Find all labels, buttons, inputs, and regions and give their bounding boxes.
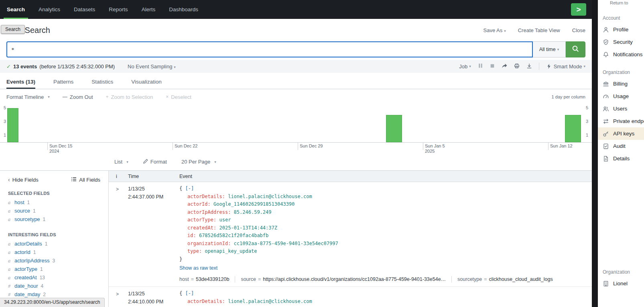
field-name[interactable]: source xyxy=(14,207,30,214)
close-button[interactable]: Close xyxy=(572,27,585,33)
meta-field-host[interactable]: host=53de4339120b xyxy=(179,276,229,282)
menu-item-lionel[interactable]: Lionel xyxy=(598,277,644,290)
nav-item-analytics[interactable]: Analytics xyxy=(32,0,67,19)
field-row-actorid[interactable]: aactorId1 xyxy=(0,248,108,256)
json-pair: createdAt: 2025-01-13T14:44:37Z xyxy=(179,224,592,232)
menu-item-api-keys[interactable]: API keys xyxy=(598,127,644,140)
meta-value[interactable]: 53de4339120b xyxy=(196,276,229,282)
search-tooltip: Search xyxy=(1,25,25,34)
audit-icon xyxy=(603,143,609,149)
field-row-host[interactable]: ahost1 xyxy=(0,198,108,207)
zoom-to-selection-button[interactable]: +Zoom to Selection xyxy=(106,94,153,100)
json-collapse-link[interactable]: [-] xyxy=(185,186,194,191)
event-time[interactable]: 1/13/252:44:10.000 PM xyxy=(128,290,179,306)
event-expander[interactable]: > xyxy=(109,185,128,282)
field-name[interactable]: createdAt xyxy=(14,274,37,281)
status-right: Job▾ Smart Mode▾ xyxy=(459,63,585,70)
field-row-date-hour[interactable]: #date_hour4 xyxy=(0,282,108,290)
menu-item-label: Billing xyxy=(613,81,628,87)
timeline-bar[interactable] xyxy=(565,115,581,142)
timeline-bar[interactable] xyxy=(386,115,402,142)
menu-item-audit[interactable]: Audit xyxy=(598,140,644,152)
caret-down-icon: ▾ xyxy=(174,65,176,69)
meta-value[interactable]: clickhouse_cloud_audit_logs xyxy=(489,276,553,282)
event-expander[interactable]: > xyxy=(109,290,128,306)
field-row-actoripaddress[interactable]: aactorIpAddress3 xyxy=(0,256,108,265)
header-actions: Save As▾ Create Table View Close xyxy=(483,27,585,33)
search-button[interactable] xyxy=(566,41,585,57)
nav-item-search[interactable]: Search xyxy=(0,0,32,19)
field-row-sourcetype[interactable]: asourcetype1 xyxy=(0,215,108,223)
splunk-logo[interactable]: > xyxy=(571,3,586,16)
nav-item-reports[interactable]: Reports xyxy=(102,0,134,19)
field-name[interactable]: actorDetails xyxy=(14,240,42,247)
menu-item-private-endpoints[interactable]: Private endpoints xyxy=(598,115,644,127)
search-input[interactable] xyxy=(7,47,532,53)
format-timeline-dropdown[interactable]: Format Timeline▾ xyxy=(6,94,50,100)
meta-value[interactable]: https://api.clickhouse.cloud/v1/organiza… xyxy=(263,276,446,282)
print-button[interactable] xyxy=(514,63,520,70)
save-as-button[interactable]: Save As▾ xyxy=(483,27,506,33)
nav-item-alerts[interactable]: Alerts xyxy=(135,0,163,19)
event-sampling-dropdown[interactable]: No Event Sampling▾ xyxy=(128,63,176,70)
tab-events-13[interactable]: Events (13) xyxy=(6,76,35,89)
field-name[interactable]: actorType xyxy=(14,266,37,272)
json-key: actorIpAddress: xyxy=(187,209,234,215)
field-name[interactable]: sourcetype xyxy=(14,216,40,223)
menu-item-security[interactable]: Security xyxy=(598,36,644,48)
timeline-controls: Format Timeline▾ —Zoom Out +Zoom to Sele… xyxy=(0,89,592,104)
field-name[interactable]: actorId xyxy=(14,249,30,256)
share-button[interactable] xyxy=(502,63,507,70)
field-row-actordetails[interactable]: aactorDetails1 xyxy=(0,239,108,248)
format-results-button[interactable]: Format xyxy=(143,159,167,165)
time-range-picker[interactable]: All time▾ xyxy=(533,41,566,57)
magnifier-icon xyxy=(572,45,579,54)
menu-item-profile[interactable]: Profile xyxy=(598,23,644,36)
tab-patterns[interactable]: Patterns xyxy=(53,76,73,89)
search-mode-selector[interactable]: Smart Mode▾ xyxy=(546,63,585,70)
field-count: 13 xyxy=(40,274,45,281)
field-name[interactable]: actorIpAddress xyxy=(14,257,49,264)
field-name[interactable]: date_mday xyxy=(14,291,40,298)
field-row-source[interactable]: asource1 xyxy=(0,207,108,215)
show-raw-text-link[interactable]: Show as raw text xyxy=(179,265,592,271)
menu-item-details[interactable]: Details xyxy=(598,152,644,165)
all-fields-button[interactable]: All Fields xyxy=(71,177,100,183)
list-view-dropdown[interactable]: List▾ xyxy=(114,159,128,165)
menu-item-billing[interactable]: Billing xyxy=(598,78,644,90)
meta-field-source[interactable]: source=https://api.clickhouse.cloud/v1/o… xyxy=(241,276,446,282)
doc-icon xyxy=(603,156,609,162)
tab-visualization[interactable]: Visualization xyxy=(131,76,162,89)
field-row-date-mday[interactable]: #date_mday2 xyxy=(0,290,108,299)
hide-fields-button[interactable]: ‹Hide Fields xyxy=(8,176,39,183)
pause-button[interactable] xyxy=(478,63,483,70)
shield-icon xyxy=(603,39,609,45)
export-button[interactable] xyxy=(526,63,532,70)
menu-item-notifications[interactable]: Notifications xyxy=(598,48,644,61)
event-cell: { [-]actorDetails: lionel.palacin@clickh… xyxy=(179,290,592,306)
create-table-view-button[interactable]: Create Table View xyxy=(518,27,560,33)
tab-statistics[interactable]: Statistics xyxy=(91,76,113,89)
per-page-dropdown[interactable]: 20 Per Page▾ xyxy=(181,159,216,165)
field-row-createdat[interactable]: acreatedAt13 xyxy=(0,273,108,282)
menu-item-usage[interactable]: Usage xyxy=(598,90,644,102)
menu-item-label: Usage xyxy=(613,93,629,99)
field-name[interactable]: date_hour xyxy=(14,282,38,289)
return-link[interactable]: Return to xyxy=(610,0,628,5)
field-row-actortype[interactable]: aactorType1 xyxy=(0,265,108,273)
meta-field-sourcetype[interactable]: sourcetype=clickhouse_cloud_audit_logs xyxy=(457,276,553,282)
job-menu[interactable]: Job▾ xyxy=(459,63,471,70)
meta-equals: = xyxy=(191,276,194,282)
json-key: id: xyxy=(187,233,199,238)
y-axis-label: 1 xyxy=(4,133,6,137)
nav-item-datasets[interactable]: Datasets xyxy=(67,0,102,19)
field-name[interactable]: host xyxy=(14,199,24,206)
zoom-out-button[interactable]: —Zoom Out xyxy=(63,94,93,100)
stop-button[interactable] xyxy=(490,63,495,70)
deselect-button[interactable]: ×Deselect xyxy=(166,94,191,100)
json-collapse-link[interactable]: [-] xyxy=(185,291,194,296)
timeline-bar[interactable] xyxy=(7,108,18,142)
event-time[interactable]: 1/13/252:44:37.000 PM xyxy=(128,185,179,282)
nav-item-dashboards[interactable]: Dashboards xyxy=(162,0,205,19)
menu-item-users[interactable]: Users xyxy=(598,102,644,115)
